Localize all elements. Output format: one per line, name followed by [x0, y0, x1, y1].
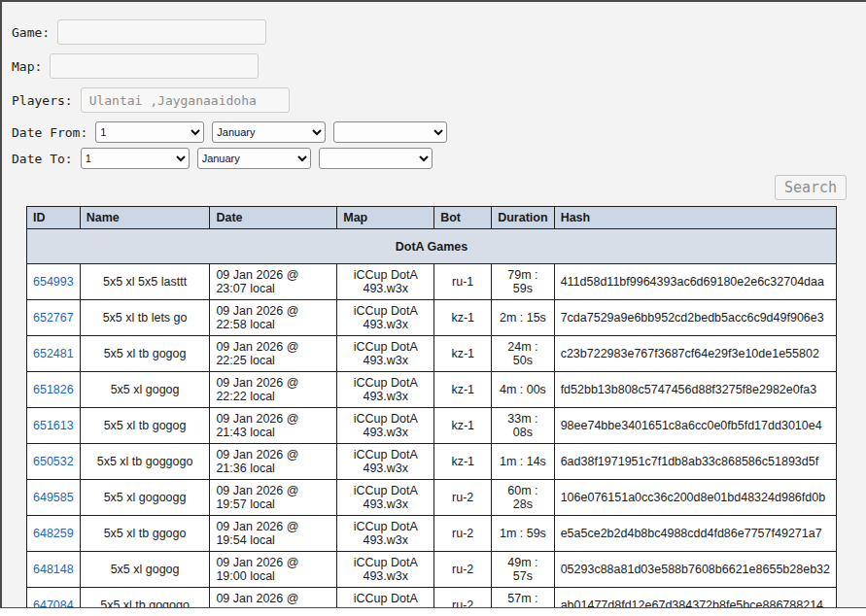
game-row: 6549935x5 xl 5x5 lasttt09 Jan 2026 @ 23:…: [27, 264, 837, 300]
cell-name: 5x5 xl gogog: [80, 552, 210, 588]
cell-map: iCCup DotA 493.w3x: [337, 408, 434, 444]
players-input[interactable]: [81, 87, 290, 113]
column-header-hash: Hash: [554, 207, 836, 229]
column-header-bot: Bot: [434, 207, 492, 229]
players-label: Players:: [12, 93, 73, 108]
game-row: 6481485x5 xl gogog09 Jan 2026 @ 19:00 lo…: [27, 552, 837, 588]
cell-map: iCCup DotA 493.w3x: [337, 372, 434, 408]
game-id-link[interactable]: 648148: [33, 563, 74, 576]
cell-bot: kz-1: [434, 408, 492, 444]
cell-date: 09 Jan 2026 @ 23:07 local: [210, 264, 337, 300]
cell-name: 5x5 xl gogog: [80, 372, 210, 408]
date-to-day-select[interactable]: 1: [81, 148, 190, 169]
date-from-year-select[interactable]: [333, 121, 447, 143]
game-label: Game:: [12, 25, 50, 40]
date-to-month-select[interactable]: January: [197, 148, 311, 169]
cell-bot: ru-1: [434, 264, 492, 300]
column-header-id: ID: [27, 207, 81, 229]
game-id-link[interactable]: 652767: [33, 311, 74, 325]
cell-hash: ab01477d8fd12e67d384372b8fe5bce886788214: [554, 588, 836, 609]
cell-date: 09 Jan 2026 @ 19:00 local: [210, 552, 337, 588]
cell-duration: 1m : 14s: [492, 444, 554, 480]
map-label: Map:: [12, 59, 42, 74]
game-input[interactable]: [57, 19, 266, 45]
game-row: 6518265x5 xl gogog09 Jan 2026 @ 22:22 lo…: [27, 372, 837, 408]
cell-duration: 1m : 59s: [492, 516, 554, 552]
game-row: 6505325x5 xl tb goggogo09 Jan 2026 @ 21:…: [27, 444, 837, 480]
game-id-link[interactable]: 651826: [33, 383, 74, 396]
cell-name: 5x5 xl tb lets go: [80, 300, 210, 336]
cell-map: iCCup DotA 493.w3x: [337, 264, 434, 300]
games-table-title-row: DotA Games: [27, 229, 837, 264]
cell-bot: kz-1: [434, 336, 492, 372]
game-row: 6516135x5 xl tb gogog09 Jan 2026 @ 21:43…: [27, 408, 837, 444]
cell-duration: 79m : 59s: [492, 264, 554, 300]
cell-duration: 57m : 50s: [492, 588, 554, 609]
cell-id: 648148: [27, 552, 81, 588]
cell-hash: 6ad38f1971951c7f1db8ab33c868586c51893d5f: [554, 444, 836, 480]
game-id-link[interactable]: 654993: [33, 275, 74, 289]
cell-date: 09 Jan 2026 @ 17:55 local: [210, 588, 337, 609]
game-id-link[interactable]: 652481: [33, 347, 74, 360]
cell-duration: 24m : 50s: [492, 336, 554, 372]
cell-bot: kz-1: [434, 300, 492, 336]
cell-bot: ru-2: [434, 516, 492, 552]
cell-name: 5x5 xl tb ggogo: [80, 516, 210, 552]
game-id-link[interactable]: 647084: [33, 599, 74, 608]
game-id-link[interactable]: 651613: [33, 419, 74, 432]
date-to-row: Date To: 1 January: [12, 148, 866, 169]
map-input[interactable]: [50, 53, 259, 79]
cell-map: iCCup DotA 493.w3x: [337, 516, 434, 552]
cell-map: iCCup DotA 493.w3x: [337, 336, 434, 372]
game-id-link[interactable]: 648259: [33, 527, 74, 540]
games-table: DotA Games IDNameDateMapBotDurationHash …: [26, 206, 837, 608]
cell-name: 5x5 xl gogoogg: [80, 480, 210, 516]
cell-id: 651826: [27, 372, 81, 408]
cell-date: 09 Jan 2026 @ 22:58 local: [210, 300, 337, 336]
game-id-link[interactable]: 649585: [33, 491, 74, 504]
cell-duration: 60m : 28s: [492, 480, 554, 516]
date-from-day-select[interactable]: 1: [95, 121, 204, 143]
cell-date: 09 Jan 2026 @ 19:54 local: [210, 516, 337, 552]
date-from-label: Date From:: [12, 125, 87, 140]
cell-hash: fd52bb13b808c5747456d88f3275f8e2982e0fa3: [554, 372, 836, 408]
map-row: Map:: [12, 53, 866, 79]
page: Game: Map: Players: Date From: 1 January…: [0, 0, 866, 608]
game-id-link[interactable]: 650532: [33, 455, 74, 468]
cell-duration: 2m : 15s: [492, 300, 554, 336]
cell-name: 5x5 xl tb gogogo: [80, 588, 210, 609]
cell-duration: 4m : 00s: [492, 372, 554, 408]
cell-bot: ru-2: [434, 552, 492, 588]
game-row: Game:: [12, 19, 866, 45]
cell-hash: 05293c88a81d03e588b7608b6621e8655b28eb32: [554, 552, 836, 588]
cell-map: iCCup DotA 493.w3x: [337, 588, 434, 609]
cell-bot: kz-1: [434, 372, 492, 408]
games-table-header-row: IDNameDateMapBotDurationHash: [27, 207, 837, 229]
cell-bot: ru-2: [434, 480, 492, 516]
date-from-month-select[interactable]: January: [212, 121, 326, 143]
column-header-map: Map: [337, 207, 434, 229]
cell-name: 5x5 xl tb gogog: [80, 408, 210, 444]
cell-duration: 49m : 57s: [492, 552, 554, 588]
players-row: Players:: [12, 87, 866, 113]
cell-bot: ru-2: [434, 588, 492, 609]
cell-map: iCCup DotA 493.w3x: [337, 552, 434, 588]
cell-date: 09 Jan 2026 @ 21:36 local: [210, 444, 337, 480]
cell-map: iCCup DotA 493.w3x: [337, 300, 434, 336]
cell-id: 651613: [27, 408, 81, 444]
cell-bot: kz-1: [434, 444, 492, 480]
games-table-body: 6549935x5 xl 5x5 lasttt09 Jan 2026 @ 23:…: [27, 264, 837, 609]
cell-name: 5x5 xl tb gogog: [80, 336, 210, 372]
cell-date: 09 Jan 2026 @ 21:43 local: [210, 408, 337, 444]
cell-date: 09 Jan 2026 @ 22:22 local: [210, 372, 337, 408]
cell-hash: e5a5ce2b2d4b8bc4988cdd4fd86e7757f49271a7: [554, 516, 836, 552]
cell-id: 652767: [27, 300, 81, 336]
game-row: 6527675x5 xl tb lets go09 Jan 2026 @ 22:…: [27, 300, 837, 336]
cell-id: 647084: [27, 588, 81, 609]
game-row: 6470845x5 xl tb gogogo09 Jan 2026 @ 17:5…: [27, 588, 837, 609]
game-row: 6495855x5 xl gogoogg09 Jan 2026 @ 19:57 …: [27, 480, 837, 516]
date-to-year-select[interactable]: [319, 148, 433, 169]
search-button[interactable]: Search: [775, 175, 847, 200]
cell-map: iCCup DotA 493.w3x: [337, 444, 434, 480]
column-header-duration: Duration: [492, 207, 554, 229]
